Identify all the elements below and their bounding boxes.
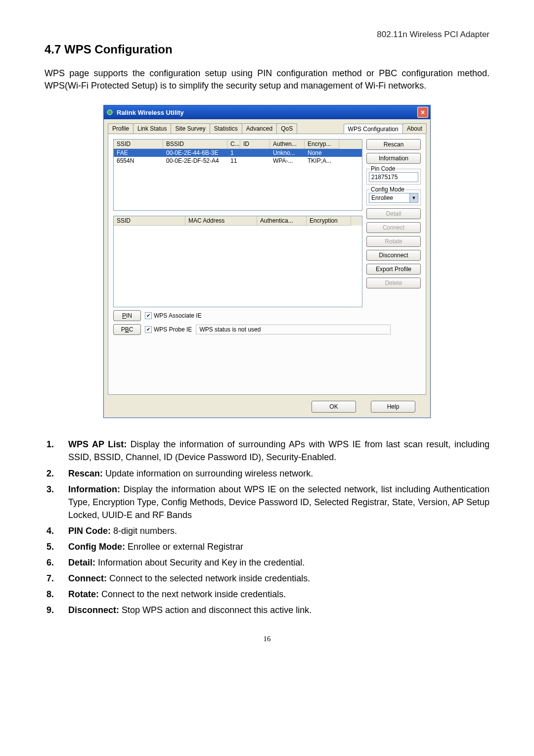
app-icon: [106, 108, 114, 116]
titlebar: Ralink Wireless Utility ×: [104, 105, 430, 119]
col-ssid[interactable]: SSID: [114, 216, 185, 226]
cell-enc: TKIP;A...: [305, 157, 339, 165]
config-mode-select[interactable]: Enrollee ▼: [369, 193, 418, 203]
close-icon[interactable]: ×: [417, 107, 428, 118]
pin-code-input[interactable]: [369, 172, 418, 182]
wps-probe-ie-checkbox[interactable]: ✔ WPS Probe IE: [145, 326, 192, 333]
config-mode-label: Config Mode: [370, 186, 405, 193]
pin-code-group: Pin Code: [366, 169, 421, 185]
page-number: 16: [44, 635, 490, 643]
pbc-button[interactable]: PBC: [113, 324, 141, 335]
col-mac[interactable]: MAC Address: [185, 216, 257, 226]
ralink-utility-dialog: Ralink Wireless Utility × Profile Link S…: [103, 105, 431, 418]
doc-header: 802.11n Wireless PCI Adapter: [44, 30, 490, 40]
wps-status: WPS status is not used: [196, 325, 391, 334]
wps-ap-list[interactable]: SSID BSSID C... ID Authen... Encryp... F…: [113, 139, 362, 211]
information-button[interactable]: Information: [366, 153, 421, 164]
cell-channel: 1: [227, 149, 240, 157]
col-encryption[interactable]: Encryp...: [305, 140, 339, 149]
ok-button[interactable]: OK: [312, 401, 356, 413]
tab-advanced[interactable]: Advanced: [242, 123, 277, 134]
dialog-footer: OK Help: [104, 397, 430, 418]
col-encryption[interactable]: Encryption: [307, 216, 351, 226]
wps-probe-ie-label: WPS Probe IE: [154, 326, 192, 333]
cell-ssid: 6554N: [114, 157, 163, 165]
tab-site-survey[interactable]: Site Survey: [171, 123, 210, 134]
col-authentication[interactable]: Authentica...: [257, 216, 307, 226]
chevron-down-icon: ▼: [409, 193, 418, 202]
cell-bssid: 00-0E-2E-44-6B-3E: [163, 149, 227, 157]
col-bssid[interactable]: BSSID: [163, 140, 227, 149]
col-channel[interactable]: C...: [227, 140, 240, 149]
col-id[interactable]: ID: [240, 140, 270, 149]
tab-statistics[interactable]: Statistics: [210, 123, 242, 134]
list-item: Disconnect: Stop WPS action and disconne…: [46, 604, 490, 616]
ap-row[interactable]: FAE 00-0E-2E-44-6B-3E 1 Unkno... None: [114, 149, 362, 157]
tab-about[interactable]: About: [402, 123, 427, 134]
list-item: Connect: Connect to the selected network…: [46, 572, 490, 585]
wps-associate-ie-checkbox[interactable]: ✔ WPS Associate IE: [145, 312, 202, 319]
svg-point-0: [107, 110, 112, 115]
cell-enc: None: [305, 149, 339, 157]
window-title: Ralink Wireless Utility: [117, 109, 417, 116]
cell-auth: WPA-...: [270, 157, 305, 165]
list-item: Rotate: Connect to the next network insi…: [46, 588, 490, 601]
rotate-button[interactable]: Rotate: [366, 236, 421, 247]
cell-bssid: 00-0E-2E-DF-52-A4: [163, 157, 227, 165]
cell-id: [240, 149, 270, 157]
list-item: Information: Display the information abo…: [46, 483, 490, 521]
connect-button[interactable]: Connect: [366, 222, 421, 233]
cell-id: [240, 157, 270, 165]
cell-channel: 11: [227, 157, 240, 165]
config-mode-value: Enrollee: [369, 193, 409, 202]
col-ssid[interactable]: SSID: [114, 140, 163, 149]
tab-qos[interactable]: QoS: [276, 123, 297, 134]
list-item: WPS AP List: Display the information of …: [46, 438, 490, 464]
ap-row[interactable]: 6554N 00-0E-2E-DF-52-A4 11 WPA-... TKIP;…: [114, 157, 362, 165]
wps-associate-ie-label: WPS Associate IE: [154, 312, 202, 319]
checkbox-icon: ✔: [145, 326, 152, 333]
side-buttons: Rescan Information Pin Code Config Mode …: [366, 139, 421, 389]
checkbox-icon: ✔: [145, 312, 152, 319]
pin-code-label: Pin Code: [370, 165, 396, 172]
tab-link-status[interactable]: Link Status: [133, 123, 171, 134]
detail-button[interactable]: Detail: [366, 208, 421, 219]
tab-profile[interactable]: Profile: [108, 123, 134, 134]
tab-body: SSID BSSID C... ID Authen... Encryp... F…: [108, 134, 426, 395]
section-title: 4.7 WPS Configuration: [44, 43, 490, 56]
col-authentication[interactable]: Authen...: [270, 140, 305, 149]
wps-method-controls: PIN ✔ WPS Associate IE PBC ✔ WPS Probe I…: [113, 310, 391, 335]
list-item: Rescan: Update information on surroundin…: [46, 467, 490, 480]
list-item: PIN Code: 8-digit numbers.: [46, 524, 490, 537]
credential-list[interactable]: SSID MAC Address Authentica... Encryptio…: [113, 216, 362, 307]
config-mode-group: Config Mode Enrollee ▼: [366, 189, 421, 205]
tab-wps-configuration[interactable]: WPS Configuration: [344, 124, 403, 134]
list-item: Detail: Information about Security and K…: [46, 556, 490, 569]
rescan-button[interactable]: Rescan: [366, 139, 421, 150]
list-item: Config Mode: Enrollee or external Regist…: [46, 540, 490, 553]
help-button[interactable]: Help: [371, 401, 415, 413]
pin-button[interactable]: PIN: [113, 310, 141, 321]
delete-button[interactable]: Delete: [366, 278, 421, 288]
disconnect-button[interactable]: Disconnect: [366, 250, 421, 261]
export-profile-button[interactable]: Export Profile: [366, 264, 421, 275]
cell-ssid: FAE: [114, 149, 163, 157]
intro-paragraph: WPS page supports the configuration setu…: [44, 67, 490, 92]
feature-list: WPS AP List: Display the information of …: [46, 438, 490, 616]
cell-auth: Unkno...: [270, 149, 305, 157]
tab-strip: Profile Link Status Site Survey Statisti…: [104, 119, 430, 134]
